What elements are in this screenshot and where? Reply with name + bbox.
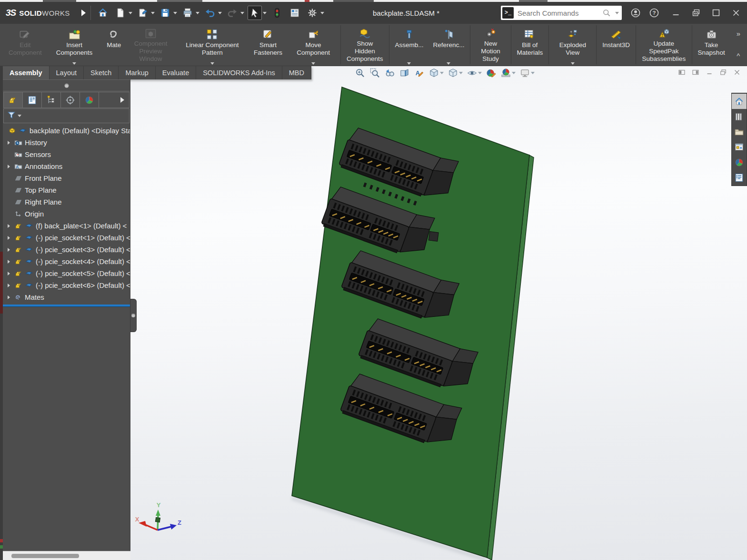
search-dropdown-caret-icon[interactable] [615, 12, 619, 14]
select-caret-icon[interactable] [263, 12, 267, 14]
expand-arrow-icon[interactable] [6, 295, 12, 299]
help-icon[interactable]: ? [648, 7, 660, 19]
ribbon-exploded-view-button[interactable]: Exploded View [550, 24, 595, 66]
tree-item-pcie-socket-4-default[interactable]: (-) pcie_socket<4> (Default) < [3, 255, 130, 267]
expand-arrow-icon[interactable] [6, 165, 12, 168]
panel-tab-configurationmanager[interactable] [42, 92, 61, 108]
save-caret-icon[interactable] [173, 12, 177, 14]
ribbon-bom-button[interactable]: Bill of Materials [512, 24, 548, 66]
new-document-caret-icon[interactable] [129, 12, 132, 14]
expand-arrow-icon[interactable] [6, 248, 12, 252]
previous-view-button[interactable] [383, 67, 397, 79]
search-commands-box[interactable]: >_ [501, 6, 622, 20]
view-settings-caret-icon[interactable] [531, 72, 535, 74]
ribbon-instant3d-button[interactable]: Instant3D [598, 24, 635, 66]
ribbon-more-button[interactable]: » [737, 29, 740, 38]
panel-tab-overflow-chevron-icon[interactable] [116, 92, 129, 108]
task-pane-custom-properties-button[interactable] [732, 170, 747, 185]
tree-item-history[interactable]: History [3, 137, 130, 148]
ribbon-speedpak-button[interactable]: Update SpeedPak Subassemblies [637, 24, 691, 66]
task-pane-appearances-scenes-button[interactable] [732, 155, 747, 170]
ribbon-reference-geometry-button[interactable]: Referenc... [428, 24, 469, 66]
options-button[interactable] [305, 6, 319, 20]
filter-caret-icon[interactable] [18, 115, 21, 117]
panel-splitter-grip[interactable] [3, 79, 130, 91]
new-document-button[interactable] [113, 6, 128, 20]
panel-collapse-tab[interactable] [130, 299, 137, 332]
task-pane-file-explorer-button[interactable] [732, 124, 747, 139]
tab-sketch[interactable]: Sketch [84, 66, 119, 79]
select-button[interactable] [248, 6, 262, 20]
undo-button[interactable] [203, 6, 217, 20]
edit-appearance-button[interactable] [484, 67, 498, 79]
ribbon-move-component-button[interactable]: Move Component [287, 24, 339, 66]
hide-show-items-caret-icon[interactable] [478, 72, 482, 74]
search-input[interactable] [518, 9, 598, 17]
redo-caret-icon[interactable] [240, 12, 244, 14]
apply-scene-button[interactable] [499, 67, 517, 79]
report-button[interactable] [288, 6, 302, 20]
tree-item-pcie-socket-5-default[interactable]: (-) pcie_socket<5> (Default) < [3, 267, 130, 279]
rebuild-button[interactable] [270, 6, 284, 20]
open-caret-icon[interactable] [151, 12, 155, 14]
tab-markup[interactable]: Markup [119, 66, 155, 79]
hide-show-items-button[interactable] [465, 67, 483, 79]
ribbon-smart-fasteners-button[interactable]: Smart Fasteners [249, 24, 287, 66]
redo-button[interactable] [225, 6, 239, 20]
minimize-button[interactable] [671, 8, 681, 18]
ribbon-caret-icon[interactable] [447, 60, 450, 65]
home-button[interactable] [96, 6, 110, 20]
tab-layout[interactable]: Layout [50, 66, 84, 79]
ribbon-mate-button[interactable]: Mate [102, 24, 126, 66]
win-close-button[interactable] [733, 68, 741, 77]
ribbon-snapshot-button[interactable]: Take Snapshot [693, 24, 730, 66]
display-style-button[interactable] [446, 67, 464, 79]
tree-item-pcie-socket-3-default[interactable]: (-) pcie_socket<3> (Default) < [3, 244, 130, 255]
tab-solidworks-add-ins[interactable]: SOLIDWORKS Add-Ins [196, 66, 282, 79]
ribbon-caret-icon[interactable] [72, 60, 76, 65]
ribbon-assembly-features-button[interactable]: Assemb... [390, 24, 428, 66]
view-settings-button[interactable] [518, 67, 536, 79]
tab-mbd[interactable]: MBD [282, 66, 311, 79]
tab-evaluate[interactable]: Evaluate [156, 66, 196, 79]
ribbon-caret-icon[interactable] [210, 60, 214, 65]
ribbon-show-hidden-button[interactable]: Show Hidden Components [342, 24, 388, 66]
tree-item-mates[interactable]: Mates [3, 291, 130, 303]
tab-assembly[interactable]: Assembly [3, 66, 50, 79]
tree-item-backplate-default-display-stat[interactable]: backplate (Default) <Display Stat [3, 125, 130, 137]
tree-item-pcie-socket-1-default[interactable]: (-) pcie_socket<1> (Default) < [3, 232, 130, 244]
view-orientation-button[interactable] [427, 67, 445, 79]
view-orientation-caret-icon[interactable] [440, 72, 444, 74]
tree-selection-bar[interactable] [3, 305, 130, 306]
tree-item-front-plane[interactable]: Front Plane [3, 172, 130, 184]
tree-item-top-plane[interactable]: Top Plane [3, 184, 130, 196]
ribbon-linear-pattern-button[interactable]: Linear Component Pattern [176, 24, 249, 66]
dynamic-annotation-views-button[interactable]: A [412, 67, 426, 79]
open-button[interactable] [136, 6, 150, 20]
ribbon-caret-icon[interactable] [311, 60, 315, 65]
user-account-icon[interactable] [630, 7, 641, 19]
zoom-to-area-button[interactable] [368, 67, 382, 79]
display-style-caret-icon[interactable] [459, 72, 463, 74]
tree-item-sensors[interactable]: Sensors [3, 148, 130, 160]
tree-item-origin[interactable]: Origin [3, 208, 130, 220]
panel-tab-propertymanager[interactable] [23, 92, 42, 108]
tree-item-right-plane[interactable]: Right Plane [3, 196, 130, 208]
pane-left-button[interactable] [677, 68, 686, 77]
undo-caret-icon[interactable] [218, 12, 222, 14]
options-caret-icon[interactable] [320, 12, 324, 14]
maximize-button[interactable] [711, 8, 721, 18]
section-view-button[interactable] [398, 67, 411, 79]
pane-right-button[interactable] [691, 68, 700, 77]
ribbon-insert-components-button[interactable]: Insert Components [47, 24, 102, 66]
panel-horizontal-scrollbar[interactable] [3, 551, 130, 560]
task-pane-design-library-button[interactable] [732, 109, 747, 124]
scrollbar-thumb[interactable] [11, 554, 79, 558]
ribbon-caret-icon[interactable] [571, 60, 575, 65]
expand-arrow-icon[interactable] [6, 284, 12, 287]
save-button[interactable] [158, 6, 172, 20]
print-button[interactable] [180, 6, 195, 20]
tree-filter-row[interactable] [3, 108, 129, 123]
menu-expand-arrow-icon[interactable] [81, 10, 86, 16]
ribbon-caret-icon[interactable] [407, 60, 411, 65]
